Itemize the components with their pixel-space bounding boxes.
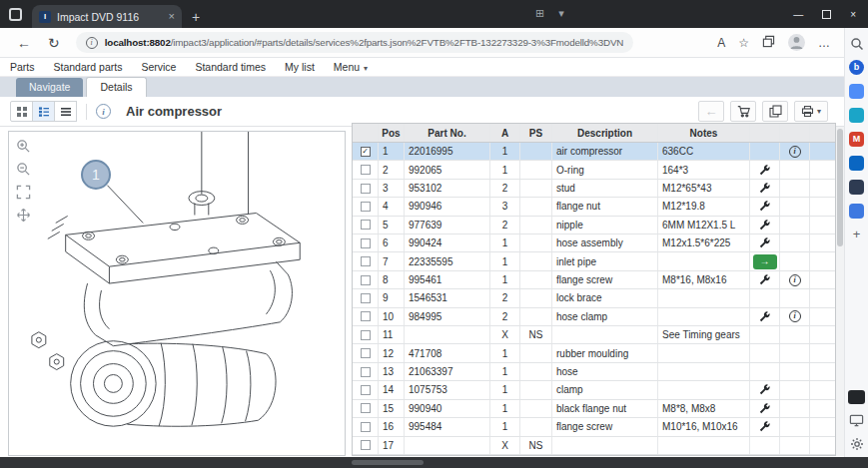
table-row[interactable]: 11XNSSee Timing gears [353,326,835,344]
wrench-icon[interactable] [759,403,770,414]
page-scrollbar[interactable] [836,127,844,456]
row-checkbox[interactable]: ✓ [361,147,371,157]
list-view-button[interactable] [32,101,55,122]
tab-close-icon[interactable]: × [169,11,175,22]
wrench-icon[interactable] [759,311,770,322]
row-checkbox[interactable] [361,311,371,321]
row-checkbox[interactable] [361,422,371,432]
wrench-icon[interactable] [759,183,770,194]
zoom-in-icon[interactable] [15,138,31,154]
info-icon[interactable]: i [789,146,801,158]
table-row[interactable]: 17XNS [353,437,835,455]
tab-details[interactable]: Details [86,77,146,97]
row-checkbox[interactable] [361,202,371,212]
reload-button[interactable]: ↻ [48,36,60,50]
row-checkbox[interactable] [361,348,371,358]
info-icon[interactable]: i [789,310,801,322]
site-info-icon[interactable]: i [86,37,98,49]
grid-view-button[interactable] [10,101,33,122]
sidebar-app-app-dark[interactable] [849,180,864,195]
pan-icon[interactable] [15,207,31,223]
menu-item-parts[interactable]: Parts [10,61,35,73]
sidebar-monitor-icon[interactable] [849,413,864,428]
table-row[interactable]: ✓1220169951air compressor636CCi [353,143,835,161]
wrench-icon[interactable] [759,421,770,432]
table-row[interactable]: 89954611flange screwM8*16, M8x16i [353,271,835,289]
profile-avatar[interactable] [788,34,805,51]
info-icon[interactable]: i [789,274,801,286]
menu-item-standard-times[interactable]: Standard times [195,61,266,73]
table-row[interactable]: 39531022studM12*65*43 [353,180,835,198]
table-row[interactable]: 49909463flange nutM12*19.8 [353,198,835,216]
collections-icon[interactable] [762,35,775,50]
print-button[interactable]: ▾ [794,101,828,122]
copy-button[interactable] [762,101,788,122]
zoom-out-icon[interactable] [15,161,31,177]
sidebar-app-app-med[interactable] [849,204,864,219]
tab-navigate[interactable]: Navigate [16,78,83,97]
table-row[interactable]: 13210633971hose [353,363,835,381]
detail-view-button[interactable] [54,101,77,122]
sidebar-add-icon[interactable]: + [853,228,861,240]
table-row[interactable]: 915465312lock brace [353,289,835,307]
info-button[interactable]: i [96,104,111,119]
sidebar-search-icon[interactable] [850,37,864,51]
row-checkbox[interactable] [361,220,371,230]
row-checkbox[interactable] [361,275,371,285]
address-bar[interactable]: i localhost:8802/impact3/application/#pa… [76,32,633,53]
row-checkbox[interactable] [361,385,371,395]
wrench-icon[interactable] [759,201,770,212]
menu-item-menu[interactable]: Menu▾ [334,61,368,73]
table-row[interactable]: 1410757531clamp [353,381,835,399]
fit-screen-icon[interactable] [15,184,31,200]
cart-button[interactable] [730,101,756,122]
wrench-icon[interactable] [759,384,770,395]
menu-item-standard-parts[interactable]: Standard parts [54,61,123,73]
table-row[interactable]: 109849952hose clampi [353,308,835,326]
row-checkbox[interactable] [361,440,371,450]
callout-marker-1[interactable]: 1 [81,160,111,190]
back-button[interactable]: ← [17,36,31,50]
row-checkbox[interactable] [361,367,371,377]
new-tab-button[interactable]: + [192,10,200,24]
minimize-button[interactable]: — [793,9,803,20]
table-row[interactable]: 7223355951inlet pipe→ [353,252,835,270]
table-row[interactable]: 29920651O-ring164*3 [353,161,835,179]
sidebar-app-app-blue[interactable] [849,84,864,99]
row-checkbox[interactable] [361,403,371,413]
diagram-panel[interactable]: 1 [8,131,346,456]
sidebar-app-app-sky[interactable] [849,156,864,171]
row-checkbox[interactable] [361,184,371,194]
table-row[interactable]: 69904241hose assemblyM12x1.5*6*225 [353,234,835,252]
table-row[interactable]: 169954841flange screwM10*16, M10x16 [353,418,835,436]
row-checkbox[interactable] [361,293,371,303]
pip-thumbnail[interactable] [848,390,865,404]
menu-item-service[interactable]: Service [141,61,176,73]
sidebar-app-app-m365[interactable]: M [849,132,864,147]
table-row[interactable]: 159909401black flange nutM8*8, M8x8 [353,400,835,418]
sidebar-settings-gear-icon[interactable] [850,437,864,451]
go-button[interactable]: → [753,254,777,269]
tab-workspaces-icon[interactable] [9,8,22,21]
browser-tab[interactable]: I Impact DVD 9116 × [32,5,182,28]
menu-item-my-list[interactable]: My list [285,61,315,73]
table-row[interactable]: 124717081rubber moulding [353,344,835,362]
split-screen-icon[interactable]: ⊞ [535,8,544,19]
scrollbar-thumb[interactable] [837,129,843,246]
close-button[interactable]: × [850,9,856,20]
wrench-icon[interactable] [759,274,770,285]
sidebar-app-copilot[interactable]: b [849,60,864,75]
row-checkbox[interactable] [361,256,371,266]
wrench-icon[interactable] [759,220,770,231]
previous-part-button[interactable]: ← [698,101,724,122]
read-aloud-icon[interactable]: A [717,37,725,49]
table-row[interactable]: 59776392nipple6MM M12X1.5 L [353,217,835,234]
tab-actions-chevron-icon[interactable]: ▾ [558,8,564,19]
maximize-button[interactable] [822,10,831,19]
row-checkbox[interactable] [361,330,371,340]
wrench-icon[interactable] [759,237,770,248]
wrench-icon[interactable] [759,165,770,176]
more-menu-icon[interactable]: … [818,37,830,49]
favorites-star-icon[interactable]: ☆ [738,37,749,49]
sidebar-app-app-teal[interactable] [849,108,864,123]
